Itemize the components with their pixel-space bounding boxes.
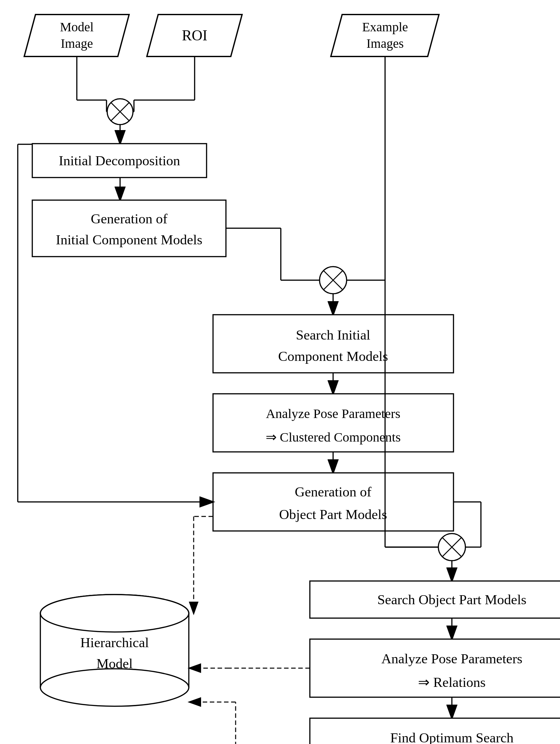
analyze-rel-t2: ⇒ Relations <box>418 675 485 690</box>
gen-init-t2: Initial Component Models <box>56 232 202 247</box>
gen-init-t1: Generation of <box>91 211 167 226</box>
find-opt-t1: Find Optimum Search <box>390 730 514 744</box>
hier-t2: Model <box>97 656 133 671</box>
hier-t1: Hierarchical <box>80 635 149 650</box>
init-decomp-t: Initial Decomposition <box>59 153 180 168</box>
example-t1: Example <box>362 20 408 34</box>
clean-diagram: Model Image ROI Example Images Initial D… <box>0 0 560 744</box>
svg-point-122 <box>40 669 189 706</box>
svg-rect-89 <box>32 200 226 257</box>
svg-rect-99 <box>213 315 453 373</box>
example-t2: Images <box>366 36 404 51</box>
search-obj-t: Search Object Part Models <box>377 592 526 607</box>
search-init-t1: Search Initial <box>296 327 370 342</box>
svg-rect-103 <box>213 473 453 531</box>
model-image-t1: Model <box>60 20 94 34</box>
analyze-rel-t1: Analyze Pose Parameters <box>381 651 522 666</box>
gen-obj-t2: Object Part Models <box>279 507 387 522</box>
model-image-t2: Image <box>61 36 93 51</box>
gen-obj-t1: Generation of <box>295 484 372 499</box>
search-init-t2: Component Models <box>278 348 388 364</box>
analyze-clust-t2: ⇒ Clustered Components <box>266 430 401 444</box>
roi-t: ROI <box>182 27 207 44</box>
analyze-clust-t1: Analyze Pose Parameters <box>266 406 401 421</box>
